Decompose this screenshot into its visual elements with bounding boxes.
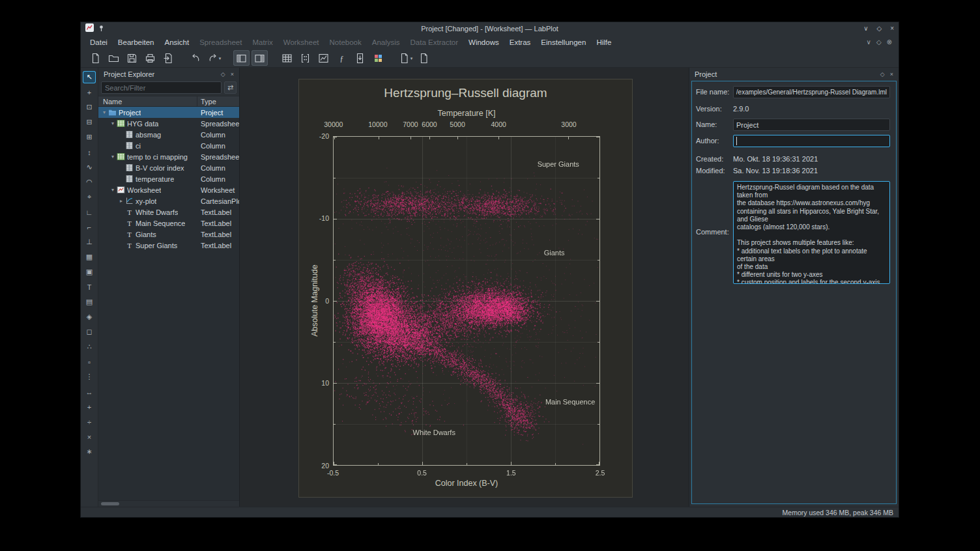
tree-item-hyg-data[interactable]: ▾HYG dataSpreadsheet <box>98 118 239 129</box>
grid-tool-icon[interactable]: ▦ <box>83 251 96 263</box>
close-button[interactable]: × <box>890 25 894 32</box>
text-label-giants[interactable]: Giants <box>544 249 565 257</box>
expander-open-icon[interactable]: ▾ <box>109 154 117 160</box>
project-explorer-header[interactable]: Project Explorer ◇ × <box>98 68 239 80</box>
search-input[interactable] <box>101 81 222 94</box>
shift-vertical-tool-icon[interactable]: ↕ <box>83 146 96 158</box>
import-data-icon[interactable] <box>352 50 368 66</box>
new-notebook-icon[interactable]: ƒ <box>334 50 350 66</box>
text-label-main-sequence[interactable]: Main Sequence <box>545 398 595 406</box>
menu-ansicht[interactable]: Ansicht <box>159 36 194 49</box>
menu-notebook[interactable]: Notebook <box>324 36 367 49</box>
menu-datei[interactable]: Datei <box>85 36 113 49</box>
tree-item-super-giants[interactable]: TSuper GiantsTextLabel <box>98 240 239 251</box>
crosshair-tool-icon[interactable]: + <box>83 86 96 98</box>
menu-spreadsheet[interactable]: Spreadsheet <box>194 36 247 49</box>
worksheet-view[interactable]: Hertzsprung–Russell diagram Temperature … <box>240 68 689 507</box>
scrollbar-thumb[interactable] <box>101 502 119 505</box>
open-project-icon[interactable] <box>106 50 122 66</box>
select-tool-icon[interactable]: ↖ <box>83 71 96 83</box>
tree-item-xy-plot[interactable]: ▸xy-plotCartesianPlot <box>98 195 239 206</box>
tree-item-absmag[interactable]: absmagColumn <box>98 129 239 140</box>
menu-bearbeiten[interactable]: Bearbeiten <box>113 36 160 49</box>
pin-icon[interactable] <box>98 23 105 35</box>
menu-analysis[interactable]: Analysis <box>367 36 405 49</box>
horizontal-scrollbar[interactable] <box>98 500 239 507</box>
text-label-super-giants[interactable]: Super Giants <box>538 160 579 168</box>
menu-data-extractor[interactable]: Data Extractor <box>405 36 464 49</box>
duplicate-icon[interactable] <box>416 50 432 66</box>
filter-options-icon[interactable]: ⇄ <box>224 81 237 94</box>
new-spreadsheet-icon[interactable] <box>279 50 295 66</box>
new-matrix-icon[interactable] <box>297 50 313 66</box>
print-icon[interactable] <box>142 50 158 66</box>
tree-item-b-v-color-index[interactable]: B-V color indexColumn <box>98 162 239 173</box>
plot-area[interactable]: Super GiantsGiantsMain SequenceWhite Dwa… <box>333 136 600 466</box>
zoom-select-tool-icon[interactable]: ⊡ <box>83 101 96 113</box>
save-project-icon[interactable] <box>124 50 140 66</box>
box-tool-icon[interactable]: ◻ <box>83 326 96 338</box>
toggle-project-explorer-icon[interactable] <box>233 50 250 66</box>
comment-textarea[interactable]: Hertzsprung-Russel diagram based on the … <box>733 181 890 284</box>
tree-item-temp-to-ci-mapping[interactable]: ▾temp to ci mappingSpreadsheet <box>98 151 239 162</box>
vdots-tool-icon[interactable]: ⋮ <box>83 371 96 383</box>
toggle-properties-dock-icon[interactable] <box>252 50 268 66</box>
float-dock-icon[interactable]: ◇ <box>221 71 225 78</box>
zoom-y-tool-icon[interactable]: ⊞ <box>83 131 96 143</box>
project-name-input[interactable] <box>733 119 890 131</box>
titlebar[interactable]: Project [Changed] - [Worksheet] — LabPlo… <box>81 22 899 35</box>
expander-closed-icon[interactable]: ▸ <box>117 198 125 204</box>
tree-item-white-dwarfs[interactable]: TWhite DwarfsTextLabel <box>98 206 239 218</box>
print-preview-icon[interactable] <box>160 50 177 66</box>
worksheet-page[interactable]: Hertzsprung–Russell diagram Temperature … <box>298 79 633 498</box>
mdi-close-icon[interactable]: ⊗ <box>887 38 892 46</box>
dots-tool-icon[interactable]: ∴ <box>83 341 96 353</box>
menu-worksheet[interactable]: Worksheet <box>278 36 324 49</box>
expander-open-icon[interactable]: ▾ <box>109 120 117 126</box>
author-input[interactable] <box>733 135 890 147</box>
mdi-restore-icon[interactable]: ◇ <box>876 38 882 46</box>
menu-hilfe[interactable]: Hilfe <box>591 36 616 49</box>
cross-tool-icon[interactable]: + <box>83 401 96 413</box>
multiply-tool-icon[interactable]: × <box>83 431 96 443</box>
menu-einstellungen[interactable]: Einstellungen <box>536 36 591 49</box>
undo-icon[interactable] <box>188 50 204 66</box>
curve-tool-icon[interactable]: ∿ <box>83 161 96 173</box>
diamond-tool-icon[interactable]: ◈ <box>83 311 96 323</box>
column-header-name[interactable]: Name <box>98 96 197 106</box>
text-label-white-dwarfs[interactable]: White Dwarfs <box>413 429 455 436</box>
expander-open-icon[interactable]: ▾ <box>100 109 108 115</box>
tree-item-giants[interactable]: TGiantsTextLabel <box>98 229 239 240</box>
tree-item-ci[interactable]: ciColumn <box>98 140 239 151</box>
image-tool-icon[interactable]: ▣ <box>83 266 96 278</box>
tree-column-headers[interactable]: Name Type <box>98 96 239 107</box>
asterisk-tool-icon[interactable]: ∗ <box>83 445 96 458</box>
menu-extras[interactable]: Extras <box>504 36 536 49</box>
new-worksheet-icon[interactable] <box>315 50 332 66</box>
zoom-x-tool-icon[interactable]: ⊟ <box>83 116 96 128</box>
properties-header[interactable]: Project ◇ × <box>689 68 899 80</box>
float-properties-icon[interactable]: ◇ <box>880 71 885 78</box>
tree-item-project[interactable]: ▾ProjectProject <box>98 107 239 118</box>
mdi-minimize-icon[interactable]: ∨ <box>867 38 871 46</box>
tree-item-temperature[interactable]: temperatureColumn <box>98 173 239 184</box>
close-properties-icon[interactable]: × <box>890 71 893 78</box>
arc-tool-icon[interactable]: ◠ <box>83 176 96 188</box>
expander-open-icon[interactable]: ▾ <box>109 187 117 193</box>
divide-tool-icon[interactable]: ÷ <box>83 416 96 428</box>
redo-icon[interactable]: ▾ <box>206 50 222 66</box>
new-object-dropdown-icon[interactable]: ▾ <box>397 50 414 66</box>
close-dock-icon[interactable]: × <box>231 71 234 78</box>
target-tool-icon[interactable]: ⌖ <box>83 191 96 203</box>
text-label-tool-icon[interactable]: T <box>83 281 96 293</box>
new-project-icon[interactable] <box>87 50 104 66</box>
tree-item-main-sequence[interactable]: TMain SequenceTextLabel <box>98 218 239 229</box>
tree-item-worksheet[interactable]: ▾WorksheetWorksheet <box>98 184 239 195</box>
maximize-button[interactable]: ◇ <box>876 25 882 32</box>
color-maps-icon[interactable] <box>370 50 386 66</box>
shade-tool-icon[interactable]: ▤ <box>83 296 96 308</box>
horizontal-arrows-tool-icon[interactable]: ↔ <box>83 386 96 398</box>
baseline-tool-icon[interactable]: ⊥ <box>83 236 96 248</box>
minimize-button[interactable]: ∨ <box>863 25 868 32</box>
file-name-input[interactable] <box>733 86 890 98</box>
